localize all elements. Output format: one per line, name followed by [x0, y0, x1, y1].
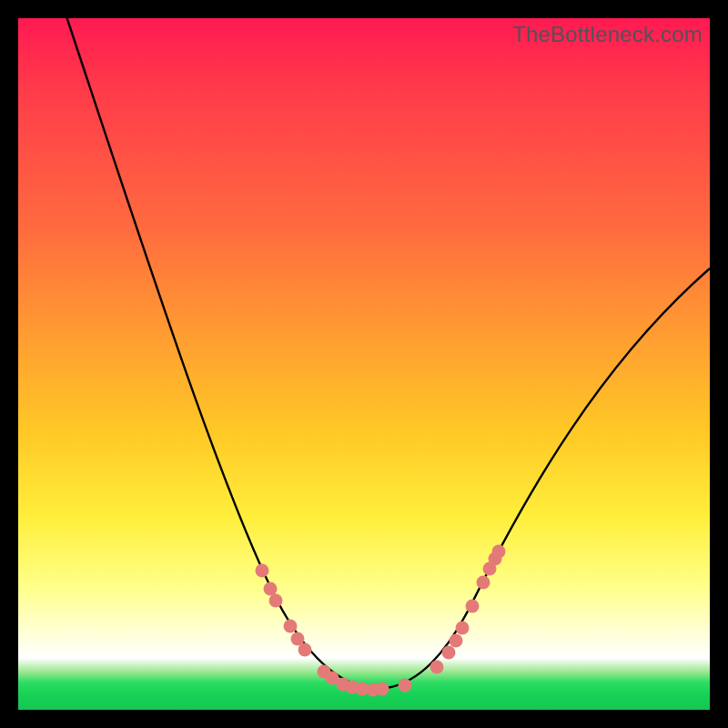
data-dot [430, 661, 444, 674]
chart-svg [18, 18, 710, 710]
data-dot [264, 582, 278, 596]
data-dot [284, 620, 298, 633]
data-dot [298, 643, 312, 657]
data-dot [466, 600, 480, 613]
data-dot [456, 622, 470, 635]
chart-dots-group [256, 545, 506, 697]
data-dot [256, 564, 269, 578]
data-dot [477, 576, 490, 590]
watermark-text: TheBottleneck.com [512, 22, 703, 47]
data-dot [442, 646, 456, 660]
data-dot [376, 682, 389, 696]
data-dot [399, 679, 412, 693]
data-dot [269, 594, 283, 608]
chart-frame: TheBottleneck.com [18, 18, 710, 710]
data-dot [450, 634, 463, 648]
bottleneck-curve [66, 14, 710, 688]
data-dot [492, 545, 506, 559]
